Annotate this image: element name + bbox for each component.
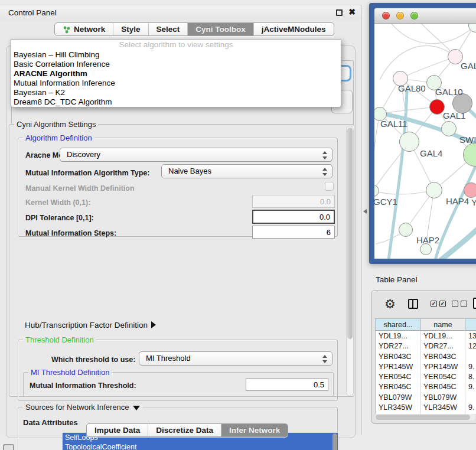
table-row[interactable]: YBR043CYBR043C [376,351,476,361]
table-cell[interactable]: YDR27... [420,341,465,351]
table-cell[interactable]: YBL079W [420,392,465,402]
tab-infer-network[interactable]: Infer Network [221,424,288,436]
dropdown-item[interactable]: Mutual Information Inference [11,79,341,88]
close-window-icon[interactable] [382,12,390,19]
table-cell[interactable]: 8. [465,371,476,381]
node-swi4[interactable] [441,121,457,136]
minimize-window-icon[interactable] [396,12,404,19]
node-hap4[interactable] [426,182,442,198]
node-label-hap2: HAP2 [416,235,439,245]
table-cell[interactable]: YDR27... [376,341,420,351]
node-gal4[interactable] [399,132,419,152]
control-panel: Control Panel ✖ NetworkStyleSelectCyni T… [0,5,362,435]
table-row[interactable]: YBL079WYBL079W [376,392,476,402]
tab-label: Cyni Toolbox [195,25,246,34]
tab-select[interactable]: Select [148,23,188,35]
table-cell[interactable]: YBL079W [376,392,420,402]
mi-threshold-group-title: MI Threshold Definition [28,368,112,377]
new-table-icon[interactable] [473,298,476,309]
table-cell[interactable]: 9. [465,361,476,371]
tab-network[interactable]: Network [55,23,113,35]
deselect-all-checkboxes-icon[interactable] [452,301,467,307]
expanded-arrow-icon [133,406,140,410]
table-cell[interactable]: YLR345W [376,402,420,412]
mi-type-combobox[interactable]: Naive Bayes [161,164,332,178]
close-icon[interactable]: ✖ [348,7,356,17]
algorithm-definition-group: Algorithm Definition Aracne Mode: Discov… [18,138,338,237]
table-options-gear-icon[interactable]: ⚙ [384,297,396,311]
node-hap2[interactable] [399,223,413,237]
dpi-tolerance-field[interactable]: 0.0 [252,210,335,224]
table-cell[interactable]: 9. [465,402,476,412]
table-row[interactable]: YDL19...YDL19...13 [376,331,476,341]
hub-definition-toggle[interactable]: Hub/Transcription Factor Definition [25,321,156,330]
settings-vertical-scrollbar-thumb[interactable] [347,128,353,339]
float-window-icon[interactable] [336,9,343,16]
app-root: { "control_panel": { "title": "Control P… [0,0,476,450]
table-cell[interactable]: YBR045C [376,381,420,392]
table-horizontal-scrollbar[interactable] [375,414,475,420]
data-attribute-item[interactable]: TopologicalCoefficient [63,442,338,450]
zoom-window-icon[interactable] [410,12,418,19]
split-columns-icon[interactable] [408,299,418,309]
network-window-titlebar[interactable] [374,8,476,24]
mi-steps-field[interactable]: 6 [252,226,335,239]
table-horizontal-scrollbar-thumb[interactable] [376,415,470,420]
which-threshold-combobox[interactable]: MI Threshold [139,351,332,366]
network-canvas[interactable]: GALGAL80GAL10GAL1GAL11SWI4GAL4GCY1HAP4YH… [374,24,476,259]
table-cell[interactable]: YPR145W [420,361,465,371]
tab-discretize-data[interactable]: Discretize Data [148,424,221,436]
table-cell[interactable] [465,351,476,361]
mi-threshold-field[interactable]: 0.5 [246,378,328,391]
table-row[interactable]: YER054CYER054C8. [376,371,476,381]
column-header-shared[interactable]: shared... [376,319,420,331]
table-cell[interactable]: 13 [465,331,476,341]
sources-title[interactable]: Sources for Network Inference [23,403,142,412]
combo-arrows-icon [322,151,327,160]
table-row[interactable]: YBR045CYBR045C9. [376,381,476,392]
table-cell[interactable]: YBR045C [420,381,465,392]
tab-style[interactable]: Style [113,23,148,35]
node-label-hap4: HAP4 [446,196,469,206]
dropdown-item[interactable]: Bayesian – K2 [11,88,341,97]
table-cell[interactable]: YER054C [376,371,420,381]
table-cell[interactable]: YLR345W [420,402,465,412]
table-cell[interactable]: YPR145W [376,361,420,371]
table-cell[interactable]: YDL19... [420,331,465,341]
network-view-window[interactable]: GALGAL80GAL10GAL1GAL11SWI4GAL4GCY1HAP4YH… [369,3,476,264]
table-cell[interactable]: YER054C [420,371,465,381]
table-row[interactable]: YDR27...YDR27...12 [376,341,476,351]
table-cell[interactable]: YDL19... [376,331,420,341]
cyni-algorithm-settings-group: Cyni Algorithm Settings Algorithm Defini… [9,124,354,397]
panel-divider-handle[interactable] [363,209,367,214]
kernel-width-field[interactable]: 0.0 [252,195,335,208]
column-header-name[interactable]: name [420,319,465,331]
tab-cyni-toolbox[interactable]: Cyni Toolbox [187,23,253,35]
table-cell[interactable]: YBR043C [420,351,465,361]
table-cell[interactable]: YBR043C [376,351,420,361]
panel-title: Control Panel [8,8,57,17]
column-header-a[interactable]: A [465,319,476,331]
dropdown-item[interactable]: Bayesian – Hill Climbing [11,50,341,60]
combo-arrows-icon [322,354,327,364]
dropdown-item[interactable]: ARACNE Algorithm [11,69,341,79]
which-threshold-label: Which threshold to use: [51,356,135,364]
sources-title-label: Sources for Network Inference [25,403,129,412]
list-scrollbar-thumb[interactable] [332,433,337,450]
node-partial-bottom[interactable] [420,243,432,255]
manual-kernel-checkbox[interactable] [325,182,334,191]
select-all-checkboxes-icon[interactable]: ✓✓ [431,301,446,307]
table-cell[interactable]: 9. [465,381,476,392]
aracne-mode-combobox[interactable]: Discovery [60,148,332,162]
table-cell[interactable] [465,392,476,402]
tab-jactivemnodules[interactable]: jActiveMNodules [253,23,334,35]
dropdown-item[interactable]: Basic Correlation Inference [11,60,341,69]
table-cell[interactable]: 12 [465,341,476,351]
tab-impute-data[interactable]: Impute Data [87,424,148,436]
settings-vertical-scrollbar[interactable] [346,126,354,396]
statusbar-icon[interactable] [3,444,14,450]
table-row[interactable]: YPR145WYPR145W9. [376,361,476,371]
dpi-tolerance-label: DPI Tolerance [0,1]: [25,214,94,222]
table-row[interactable]: YLR345WYLR345W9. [376,402,476,412]
dropdown-item[interactable]: Dream8 DC_TDC Algorithm [11,97,341,107]
